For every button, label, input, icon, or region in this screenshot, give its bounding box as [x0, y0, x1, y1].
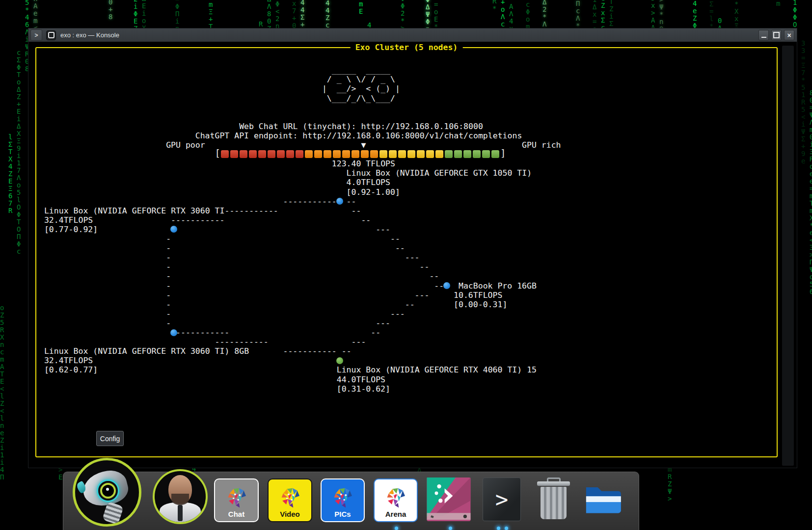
config-button[interactable]: Config: [96, 431, 124, 446]
gpu-bar-segment-orange: [333, 150, 341, 158]
terminal-text: ----------- --: [283, 346, 352, 356]
trash-lid: [537, 481, 570, 486]
node-dot-blue: [443, 282, 450, 289]
terminal-text: 32.4TFLOPS: [44, 356, 93, 365]
gpu-bar-segment-green: [463, 150, 471, 158]
terminal-text: / _ \ \/ / _ \: [322, 75, 395, 84]
terminal-text: --: [395, 243, 405, 253]
dock-item-chat-app[interactable]: Chat: [214, 478, 259, 522]
terminal-text: -----------: [283, 197, 337, 206]
gpu-bar-segment-orange: [352, 150, 359, 158]
robot-eye: [97, 479, 119, 502]
titlebar-menu-button[interactable]: >: [30, 29, 42, 41]
gpu-bar-segment-green: [445, 150, 453, 158]
terminal-text: --: [420, 262, 430, 271]
gpu-bar-segment-red: [258, 150, 266, 158]
terminal-text: [0.62-0.77]: [44, 365, 98, 374]
node-dot-green: [336, 357, 343, 364]
dock-item-pics-app[interactable]: PICs: [321, 478, 365, 522]
rain-column: c Σ Φ T o Δ Z + E i Δ X Ξ 9 i 1 7 Λ o 5 …: [17, 49, 21, 255]
terminal-text: -----------: [171, 215, 224, 225]
rain-column: o Z 5 R X n c m A T E < l Z < l n e Z i …: [0, 304, 4, 481]
terminal-text: ---: [352, 337, 366, 346]
terminal-text: -: [166, 253, 171, 262]
rain-column: Δ E c R E 0 Λ 5 Φ 7 m: [776, 0, 780, 7]
konsole-window: > exo : exo — Konsole × Exo Cluster (5 n…: [28, 28, 797, 468]
terminal-text: ---: [405, 253, 420, 262]
terminal-text: | __/> < (_) |: [322, 84, 400, 93]
terminal-text: -: [166, 271, 171, 281]
dock-item-arena-app[interactable]: Arena: [374, 478, 418, 522]
gpu-bar-segment-orange: [314, 150, 322, 158]
gpu-bar-segment-yellow: [426, 150, 434, 158]
terminal-text: ---: [376, 318, 390, 328]
dock-item-exo-robot-avatar[interactable]: [73, 458, 141, 527]
folder-icon: [582, 513, 623, 522]
terminal-text: -: [166, 243, 171, 253]
dock-item-trash[interactable]: [537, 477, 570, 519]
minimize-button[interactable]: [758, 30, 769, 40]
gpu-bar-segment-red: [221, 150, 229, 158]
terminal-text: Linux Box (NVIDIA GEFORCE RTX 4060 TI) 1…: [337, 365, 537, 374]
window-titlebar[interactable]: > exo : exo — Konsole ×: [28, 28, 797, 42]
terminal-text: 4.0TFLOPS: [347, 178, 390, 187]
gpu-bar-segment-yellow: [398, 150, 406, 158]
terminal-text: --: [429, 271, 439, 281]
gpu-bar-segment-red: [296, 150, 303, 158]
gpu-bar-segment-yellow: [379, 150, 387, 158]
terminal-text: -: [166, 318, 171, 328]
terminal-viewport: Exo Cluster (5 nodes) _____ _____ / _ \ …: [28, 42, 797, 468]
terminal-text: 44.0TFLOPS: [337, 375, 385, 384]
terminal-text: \___/_/\_\___/: [322, 94, 395, 103]
dock-item-file-manager[interactable]: [582, 477, 623, 520]
gpu-bar-segment-red: [240, 150, 247, 158]
terminal-content: _____ _____ / _ \ \/ / _ \| __/> < (_) |…: [28, 42, 797, 468]
gpu-bar-segment-red: [268, 150, 275, 158]
dock-item-video-app[interactable]: Video: [268, 478, 312, 522]
gpu-bar-close-bracket: ]: [500, 149, 506, 158]
trash-body: [541, 487, 567, 519]
terminal-text: _____ _____: [322, 65, 390, 75]
terminal-text: -----------: [176, 328, 229, 337]
terminal-text: Linux Box (NVIDIA GEFORCE RTX 3060 TI---…: [44, 206, 278, 215]
rain-column: 6 7 < 3 7 3 = O * 0 i Δ Φ < 2 n: [275, 0, 279, 30]
terminal-scrollbar[interactable]: [782, 46, 794, 466]
terminal-text: Linux Box (NVIDIA GEFORCE RTX 3060 TI) 8…: [44, 346, 249, 356]
running-indicator-dot: [449, 527, 452, 530]
terminal-text: --: [390, 234, 400, 243]
gpu-bar-segment-green: [491, 150, 499, 158]
terminal-text: --: [434, 281, 444, 291]
node-dot-blue: [170, 226, 177, 233]
konsole-app-icon: [46, 30, 56, 40]
gpu-bar-segment-red: [230, 150, 238, 158]
terminal-text: -----------: [215, 337, 268, 346]
close-button[interactable]: ×: [784, 30, 794, 40]
rain-column: 8 0 = Ψ Λ m 0 i Ξ R o e e = m T m X * e …: [810, 89, 812, 295]
terminal-text: 123.40 TFLOPS: [332, 159, 395, 168]
dock-item-konsole-app[interactable]: >: [483, 477, 521, 521]
dock-label-arena: Arena: [385, 510, 406, 518]
window-title: exo : exo — Konsole: [60, 31, 119, 39]
dock-label-video: Video: [280, 510, 300, 518]
gpu-bar-segment-red: [286, 150, 294, 158]
gpu-bar-segment-orange: [342, 150, 350, 158]
terminal-text: [0.77-0.92]: [44, 225, 98, 234]
maximize-button[interactable]: [771, 30, 782, 40]
gpu-bar-segment-yellow: [417, 150, 425, 158]
gpu-bar-segment-orange: [305, 150, 313, 158]
terminal-text: -: [166, 234, 171, 243]
gpu-bar-segment-red: [249, 150, 257, 158]
terminal-text: -: [166, 262, 171, 271]
dock-item-cyborg-avatar[interactable]: [153, 469, 208, 524]
running-indicator-dot: [505, 527, 508, 530]
terminal-text: [0.00-0.31]: [454, 300, 507, 309]
terminal-text: --: [352, 206, 361, 215]
gpu-bar-segment-green: [454, 150, 462, 158]
gpu-bar-segment-yellow: [407, 150, 415, 158]
gpu-bar-segment-green: [473, 150, 481, 158]
plasma-icon: [427, 514, 471, 523]
terminal-text: ---: [376, 225, 390, 234]
dock-item-plasma-app[interactable]: [427, 477, 471, 521]
running-indicator-dot: [497, 527, 500, 530]
man-beard: [171, 494, 189, 505]
